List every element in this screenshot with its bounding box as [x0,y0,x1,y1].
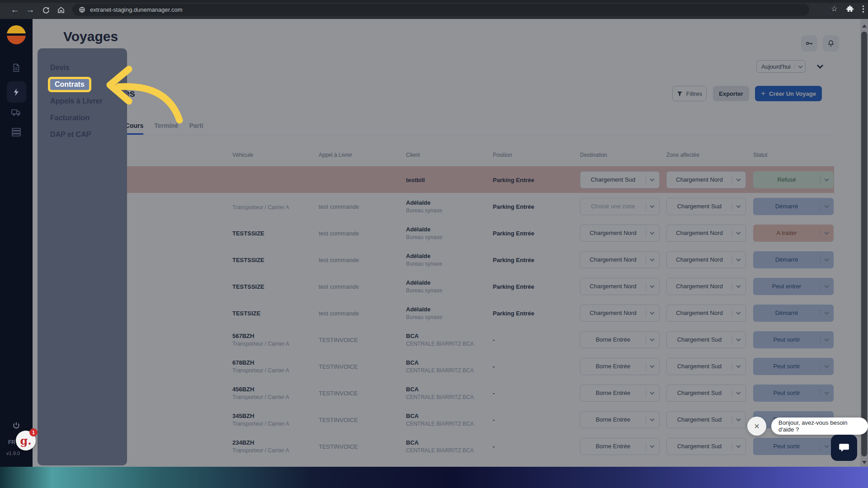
chat-launcher-button[interactable] [831,435,857,461]
version-label: v1.9.0 [6,450,20,456]
feedback-widget-logo: g. [20,434,31,447]
vehicle-list-icon[interactable] [0,122,33,142]
menu-item-contrats[interactable]: Contrats [38,76,127,93]
notification-badge: 1 [29,428,38,436]
app-window: FR v1.9.0 g. 1 Voyages Aujourd'hui [0,19,868,467]
menu-item-dap-et-cap[interactable]: DAP et CAP [38,126,127,143]
menu-item-devis[interactable]: Devis [38,59,127,76]
site-info-icon[interactable] [79,6,85,13]
sidebar: FR v1.9.0 [0,19,33,467]
browser-toolbar: ← → extranet-staging.dunemanager.com ☆ [0,0,868,19]
feedback-widget-button[interactable]: g. 1 [16,431,36,450]
home-icon[interactable] [55,4,67,16]
menu-item-label: Contrats [50,79,89,90]
chat-tooltip-text: Bonjour, avez-vous besoin d'aide ? [778,419,861,433]
menu-item-facturation[interactable]: Facturation [38,109,127,126]
menu-item-label: Facturation [50,114,90,122]
menu-item-appels-livrer[interactable]: Appels à Livrer [38,93,127,109]
desktop-wallpaper [0,467,868,488]
close-icon: × [754,421,760,432]
menu-item-label: Appels à Livrer [50,97,103,105]
back-arrow-icon[interactable]: ← [9,4,21,16]
screen: ← → extranet-staging.dunemanager.com ☆ [0,0,868,488]
url-text: extranet-staging.dunemanager.com [90,6,183,13]
menu-items: DevisContratsAppels à LivrerFacturationD… [38,59,127,143]
menu-item-label: DAP et CAP [50,131,91,139]
menu-item-label: Devis [50,64,70,72]
dune-logo-icon[interactable] [7,25,26,44]
document-icon[interactable] [0,58,33,78]
chat-tooltip-close-button[interactable]: × [747,417,766,436]
language-label[interactable]: FR [8,439,15,446]
context-menu: DevisContratsAppels à LivrerFacturationD… [38,48,127,465]
forward-arrow-icon[interactable]: → [24,4,36,16]
lightning-icon[interactable] [0,82,33,102]
truck-icon[interactable] [0,102,33,122]
chat-tooltip: Bonjour, avez-vous besoin d'aide ? [771,418,868,435]
browser-menu-icon[interactable] [862,5,864,13]
bookmark-star-icon[interactable]: ☆ [831,4,838,14]
address-bar[interactable]: extranet-staging.dunemanager.com [72,4,809,16]
extensions-icon[interactable] [846,5,854,13]
menu-backdrop[interactable] [33,19,868,467]
reload-icon[interactable] [40,4,52,16]
chat-bubble-icon [838,442,850,454]
